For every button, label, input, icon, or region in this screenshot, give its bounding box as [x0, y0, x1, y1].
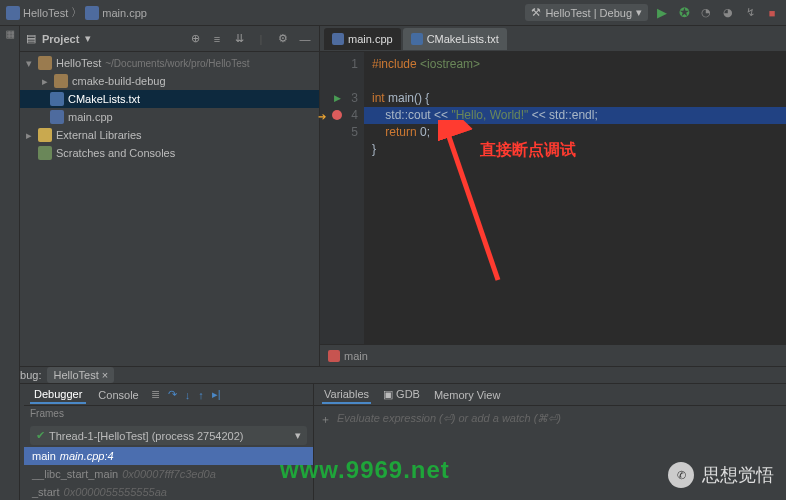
tree-root[interactable]: ▾ HelloTest ~/Documents/work/pro/HelloTe… [20, 54, 319, 72]
frame-src: 0x00007fff7c3ed0a [122, 468, 216, 480]
expand-icon[interactable]: ≡ [209, 31, 225, 47]
tab-label: CMakeLists.txt [427, 33, 499, 45]
line-number: 5 [351, 125, 358, 139]
code-body[interactable]: #include <iostream> int main() { std::co… [364, 52, 786, 344]
locate-icon[interactable]: ⊕ [187, 31, 203, 47]
console-tab[interactable]: Console [94, 387, 142, 403]
run-gutter-icon[interactable]: ▶ [334, 90, 341, 107]
frame-src: 0x0000055555555aa [64, 486, 167, 498]
annotation-text: 直接断点调试 [480, 140, 576, 161]
tree-external-libs[interactable]: ▸ External Libraries [20, 126, 319, 144]
twisty-closed-icon[interactable]: ▸ [42, 75, 50, 88]
frame-fn: _start [32, 486, 60, 498]
breakpoint-icon[interactable] [332, 110, 342, 120]
breadcrumb-project[interactable]: HelloTest [23, 7, 68, 19]
tree-label: HelloTest [56, 57, 101, 69]
code-token: endl [572, 108, 595, 122]
file-icon [85, 6, 99, 20]
code-token: ; [594, 108, 597, 122]
attach-button[interactable]: ↯ [742, 5, 758, 21]
code-editor[interactable]: 1 ▶3 ➔4 5 #include <iostream> int main()… [320, 52, 786, 344]
line-number: 4 [351, 108, 358, 122]
frame-src: main.cpp:4 [60, 450, 114, 462]
frame-list: main main.cpp:4 __libc_start_main 0x0000… [24, 447, 313, 500]
step-over-button[interactable]: ↷ [168, 388, 177, 401]
tree-cmake-file[interactable]: CMakeLists.txt [20, 90, 319, 108]
project-toolwindow-button[interactable]: ▦ [4, 30, 15, 41]
folder-icon [38, 56, 52, 70]
frame-fn: main [32, 450, 56, 462]
thread-label: Thread-1-[HelloTest] (process 2754202) [49, 430, 243, 442]
thread-selector[interactable]: ✔ Thread-1-[HelloTest] (process 2754202)… [30, 426, 307, 445]
check-icon: ✔ [36, 429, 45, 442]
line-number: 1 [351, 57, 358, 71]
hammer-icon: ⚒ [531, 6, 541, 19]
watermark-brand: ✆ 思想觉悟 [668, 462, 774, 488]
project-header: ▤ Project ▾ ⊕ ≡ ⇊ | ⚙ — [20, 26, 319, 52]
variables-tab[interactable]: Variables [322, 386, 371, 404]
divider-icon: | [253, 31, 269, 47]
cpp-icon [50, 110, 64, 124]
folder-icon [54, 74, 68, 88]
debug-header: Debug: HelloTest × [0, 367, 786, 384]
variables-tabs: Variables ▣ GDB Memory View [314, 384, 786, 406]
chevron-down-icon: ▾ [295, 429, 301, 442]
debugger-tab[interactable]: Debugger [30, 386, 86, 404]
tree-main-file[interactable]: main.cpp [20, 108, 319, 126]
collapse-icon[interactable]: ⇊ [231, 31, 247, 47]
tree-label: main.cpp [68, 111, 113, 123]
tree-label: External Libraries [56, 129, 142, 141]
tab-main-cpp[interactable]: main.cpp [324, 28, 401, 50]
code-token: << [431, 108, 452, 122]
tree-build-dir[interactable]: ▸ cmake-build-debug [20, 72, 319, 90]
gdb-tab[interactable]: ▣ GDB [381, 386, 422, 403]
code-token: std:: [372, 108, 408, 122]
tree-path: ~/Documents/work/pro/HelloTest [105, 58, 249, 69]
frame-row[interactable]: main main.cpp:4 [24, 447, 313, 465]
code-token: << std:: [528, 108, 571, 122]
debug-button[interactable]: ✪ [676, 5, 692, 21]
run-to-cursor-button[interactable]: ▸| [212, 388, 221, 401]
chevron-down-icon: ▾ [636, 6, 642, 19]
project-title[interactable]: Project [42, 33, 79, 45]
frames-title: Frames [24, 406, 313, 424]
debugger-tabs: Debugger Console ≣ ↷ ↓ ↑ ▸| [24, 384, 313, 406]
watermark-url: www.9969.net [280, 456, 450, 484]
chevron-down-icon[interactable]: ▾ [85, 32, 91, 45]
watermark-text: 思想觉悟 [702, 463, 774, 487]
main-area: ▦ ▤ Project ▾ ⊕ ≡ ⇊ | ⚙ — ▾ HelloTest ~/… [0, 26, 786, 366]
code-token [372, 125, 385, 139]
add-watch-button[interactable]: ＋ [320, 412, 331, 427]
editor-crumb-bar: main [320, 344, 786, 366]
stop-button[interactable]: ■ [764, 5, 780, 21]
debug-session-tab[interactable]: HelloTest × [47, 367, 114, 383]
twisty-open-icon[interactable]: ▾ [26, 57, 34, 70]
crumb-label[interactable]: main [344, 350, 368, 362]
editor-panel: main.cpp CMakeLists.txt 1 ▶3 ➔4 5 #inclu… [320, 26, 786, 366]
wechat-icon: ✆ [668, 462, 694, 488]
step-out-button[interactable]: ↑ [198, 389, 204, 401]
layout-icon[interactable]: ≣ [151, 388, 160, 401]
breadcrumb-file[interactable]: main.cpp [102, 7, 147, 19]
tree-scratches[interactable]: Scratches and Consoles [20, 144, 319, 162]
tab-cmakelists[interactable]: CMakeLists.txt [403, 28, 507, 50]
hide-icon[interactable]: — [297, 31, 313, 47]
memory-view-tab[interactable]: Memory View [432, 387, 502, 403]
frame-row[interactable]: _start 0x0000055555555aa [24, 483, 313, 500]
editor-tabs: main.cpp CMakeLists.txt [320, 26, 786, 52]
gutter[interactable]: 1 ▶3 ➔4 5 [320, 52, 364, 344]
run-button[interactable]: ▶ [654, 5, 670, 21]
tree-label: Scratches and Consoles [56, 147, 175, 159]
project-panel: ▤ Project ▾ ⊕ ≡ ⇊ | ⚙ — ▾ HelloTest ~/Do… [0, 26, 320, 366]
top-toolbar: HelloTest 〉 main.cpp ⚒ HelloTest | Debug… [0, 0, 786, 26]
twisty-closed-icon[interactable]: ▸ [26, 129, 34, 142]
code-token: <iostream> [420, 57, 480, 71]
line-number: 3 [351, 91, 358, 105]
code-token: "Hello, World!" [451, 108, 528, 122]
gear-icon[interactable]: ⚙ [275, 31, 291, 47]
profile-button[interactable]: ◕ [720, 5, 736, 21]
frame-row[interactable]: __libc_start_main 0x00007fff7c3ed0a [24, 465, 313, 483]
run-config-selector[interactable]: ⚒ HelloTest | Debug ▾ [525, 4, 648, 21]
coverage-button[interactable]: ◔ [698, 5, 714, 21]
step-into-button[interactable]: ↓ [185, 389, 191, 401]
